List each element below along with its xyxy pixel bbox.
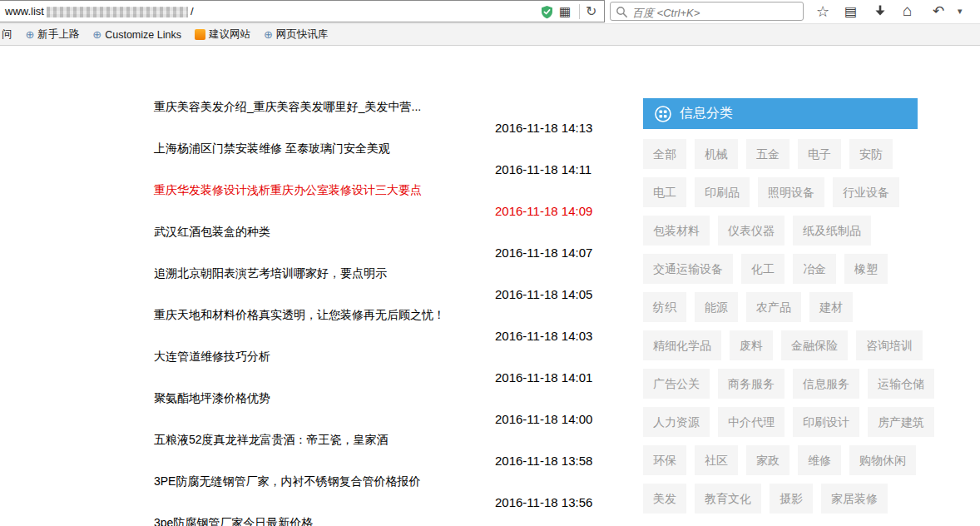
search-icon — [616, 6, 628, 18]
category-button[interactable]: 美发 — [643, 484, 686, 514]
bookmark-label: 建议网站 — [209, 27, 250, 42]
globe-icon: ⊕ — [25, 28, 34, 41]
bookmark-item[interactable]: ⊕ Customize Links — [92, 28, 181, 41]
globe-icon: ⊕ — [264, 28, 273, 41]
bookmark-label: 新手上路 — [37, 27, 79, 42]
category-button[interactable]: 电工 — [643, 177, 686, 207]
category-button[interactable]: 建材 — [809, 292, 853, 322]
category-button[interactable]: 机械 — [695, 139, 738, 169]
category-button[interactable]: 全部 — [643, 139, 686, 169]
article-title-link[interactable]: 大连管道维修技巧分析 — [154, 350, 270, 365]
category-button[interactable]: 印刷设计 — [793, 407, 859, 437]
category-button[interactable]: 社区 — [695, 445, 738, 475]
search-box[interactable]: 百度 <Ctrl+K> — [610, 2, 804, 21]
article-title-link[interactable]: 重庆天地和材料价格真实透明，让您装修再无后顾之忧！ — [154, 308, 445, 323]
refresh-icon[interactable]: ↻ — [586, 3, 596, 20]
article-row: 3pe防腐钢管厂家今日最新价格 — [154, 516, 641, 526]
globe-icon: ⊕ — [92, 28, 101, 41]
category-button[interactable]: 冶金 — [793, 254, 836, 284]
article-timestamp: 2016-11-18 13:58 — [495, 454, 592, 468]
article-title-link[interactable]: 武汉红酒包装盒的种类 — [154, 225, 270, 240]
sidebar-title: 信息分类 — [680, 105, 733, 122]
article-timestamp: 2016-11-18 14:09 — [495, 204, 592, 218]
article-list: 重庆美容美发介绍_重庆美容美发哪里好_美发中营... 2016-11-18 14… — [154, 100, 641, 526]
article-row: 3PE防腐无缝钢管厂家，内衬不锈钢复合管价格报价 2016-11-18 13:5… — [154, 474, 641, 516]
category-button[interactable]: 家居装修 — [821, 484, 888, 514]
category-button[interactable]: 废料 — [730, 330, 773, 360]
article-row: 聚氨酯地坪漆价格优势 2016-11-18 14:00 — [154, 391, 641, 433]
category-button[interactable]: 安防 — [849, 139, 893, 169]
url-visible-prefix: www.list — [5, 5, 44, 17]
category-button[interactable]: 金融保险 — [781, 330, 848, 360]
category-button[interactable]: 维修 — [798, 445, 841, 475]
qr-code-icon[interactable]: ▦ — [559, 4, 571, 19]
category-button[interactable]: 房产建筑 — [868, 407, 934, 437]
article-title-link[interactable]: 重庆美容美发介绍_重庆美容美发哪里好_美发中营... — [154, 100, 421, 115]
article-title-link[interactable]: 3PE防腐无缝钢管厂家，内衬不锈钢复合管价格报价 — [154, 474, 420, 489]
category-button[interactable]: 纺织 — [643, 292, 686, 322]
category-button[interactable]: 人力资源 — [643, 407, 710, 437]
bookmark-item[interactable]: ⊕ 问 — [0, 27, 12, 42]
reading-list-icon[interactable]: ▤ — [844, 3, 857, 19]
bookmark-item[interactable]: 建议网站 — [195, 27, 250, 42]
security-shield-icon[interactable] — [540, 5, 554, 19]
category-button[interactable]: 中介代理 — [718, 407, 784, 437]
download-icon[interactable] — [874, 4, 887, 17]
category-button[interactable]: 五金 — [746, 139, 789, 169]
favorites-star-icon[interactable]: ☆ — [816, 2, 829, 21]
category-button[interactable]: 化工 — [741, 254, 784, 284]
article-row: 上海杨浦区门禁安装维修 至泰玻璃门安全美观 2016-11-18 14:11 — [154, 141, 641, 183]
category-button[interactable]: 交通运输设备 — [643, 254, 733, 284]
article-row: 重庆华发装修设计浅析重庆办公室装修设计三大要点 2016-11-18 14:09 — [154, 183, 641, 225]
article-title-link[interactable]: 追溯北京朝阳表演艺考培训哪家好，要点明示 — [154, 266, 387, 281]
chevron-down-icon[interactable]: ▾ — [958, 6, 963, 17]
category-button[interactable]: 橡塑 — [844, 254, 888, 284]
article-title-link[interactable]: 上海杨浦区门禁安装维修 至泰玻璃门安全美观 — [154, 141, 390, 156]
category-button[interactable]: 电子 — [798, 139, 841, 169]
home-icon[interactable]: ⌂ — [903, 2, 912, 20]
category-button[interactable]: 购物休闲 — [849, 445, 916, 475]
bookmark-label: 问 — [2, 27, 12, 42]
article-timestamp: 2016-11-18 14:01 — [495, 370, 592, 385]
url-blurred-section — [47, 7, 188, 17]
category-button[interactable]: 精细化学品 — [643, 330, 721, 360]
category-row: 精细化学品废料金融保险咨询培训 — [643, 330, 918, 360]
category-button[interactable]: 纸及纸制品 — [793, 216, 871, 246]
category-button[interactable]: 家政 — [746, 445, 789, 475]
category-button[interactable]: 商务服务 — [718, 369, 784, 399]
category-button[interactable]: 广告公关 — [643, 369, 710, 399]
address-bar[interactable]: www.list/ ▦ ↻ — [0, 0, 605, 22]
category-button[interactable]: 仪表仪器 — [718, 216, 784, 246]
category-button[interactable]: 行业设备 — [833, 177, 899, 207]
category-row: 纺织能源农产品建材 — [643, 292, 918, 322]
bookmark-item[interactable]: ⊕ 网页快讯库 — [264, 27, 328, 42]
category-button[interactable]: 印刷品 — [695, 177, 750, 207]
article-title-link[interactable]: 3pe防腐钢管厂家今日最新价格 — [154, 516, 313, 526]
article-title-link[interactable]: 聚氨酯地坪漆价格优势 — [154, 391, 270, 406]
bookmark-item[interactable]: ⊕ 新手上路 — [25, 27, 79, 42]
category-row: 广告公关商务服务信息服务运输仓储 — [643, 369, 918, 399]
category-button[interactable]: 咨询培训 — [856, 330, 923, 360]
suggested-sites-icon — [195, 29, 205, 40]
article-timestamp: 2016-11-18 14:13 — [495, 121, 592, 135]
article-title-link[interactable]: 重庆华发装修设计浅析重庆办公室装修设计三大要点 — [154, 183, 422, 198]
address-divider — [579, 4, 580, 19]
category-row: 全部机械五金电子安防 — [643, 139, 918, 169]
category-button[interactable]: 环保 — [643, 445, 686, 475]
browser-window: { "browser": { "url_prefix": "www.list",… — [0, 0, 980, 526]
category-button[interactable]: 照明设备 — [758, 177, 824, 207]
category-button[interactable]: 能源 — [695, 292, 738, 322]
category-button[interactable]: 包装材料 — [643, 216, 710, 246]
undo-icon[interactable]: ↶ — [933, 2, 944, 20]
category-row: 电工印刷品照明设备行业设备 — [643, 177, 918, 207]
category-button[interactable]: 信息服务 — [793, 369, 859, 399]
category-button[interactable]: 教育文化 — [695, 484, 761, 514]
search-placeholder: 百度 <Ctrl+K> — [632, 6, 700, 21]
category-row: 美发教育文化摄影家居装修 — [643, 484, 918, 514]
article-title-link[interactable]: 五粮液52度真龙祥龙富贵酒：帝王瓷，皇家酒 — [154, 433, 389, 448]
bookmarks-bar: ⊕ 问 ⊕ 新手上路 ⊕ Customize Links 建议网站 ⊕ 网页快讯… — [0, 23, 980, 46]
category-button[interactable]: 农产品 — [746, 292, 801, 322]
category-button[interactable]: 摄影 — [770, 484, 813, 514]
article-timestamp: 2016-11-18 14:11 — [495, 162, 591, 176]
category-button[interactable]: 运输仓储 — [868, 369, 934, 399]
